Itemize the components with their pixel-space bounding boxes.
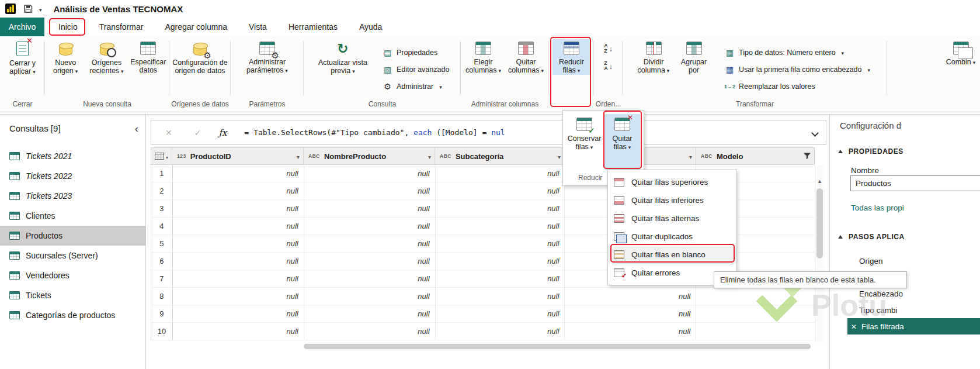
table-cell[interactable]: null [173, 218, 304, 235]
table-cell[interactable]: null [436, 253, 565, 270]
menu-item-quitar-filas-superiores[interactable]: Quitar filas superiores [608, 173, 736, 191]
tab-ayuda[interactable]: Ayuda [352, 18, 390, 36]
collapse-triangle-icon[interactable] [838, 150, 843, 153]
sidebar-item-tickets-2021[interactable]: Tickets 2021 [0, 146, 145, 166]
propiedades-button[interactable]: Propiedades [380, 45, 440, 60]
query-name-input[interactable] [850, 175, 980, 191]
table-cell[interactable] [696, 288, 815, 305]
tab-archivo[interactable]: Archivo [0, 18, 44, 36]
configuracion-origen-button[interactable]: Configuración de origen de datos [172, 39, 229, 75]
table-menu-caret-icon[interactable] [166, 152, 168, 161]
formula-input[interactable]: = Table.SelectRows(#"Tipo cambiado", eac… [244, 128, 505, 137]
table-cell[interactable]: null [173, 253, 304, 270]
table-cell[interactable]: null [304, 200, 436, 218]
menu-item-quitar-duplicados[interactable]: Quitar duplicados [608, 227, 736, 246]
column-dropdown-icon[interactable] [689, 152, 692, 161]
row-number[interactable]: 6 [151, 253, 173, 270]
menu-item-quitar-filas-alternas[interactable]: Quitar filas alternas [608, 209, 736, 227]
origenes-recientes-button[interactable]: Orígenes recientes [85, 39, 127, 75]
tab-transformar[interactable]: Transformar [92, 18, 151, 36]
column-dropdown-icon[interactable] [428, 152, 431, 161]
table-cell[interactable]: null [173, 165, 304, 182]
table-cell[interactable]: null [304, 218, 436, 235]
step-origen[interactable]: Origen [847, 253, 980, 269]
row-number[interactable]: 4 [151, 218, 173, 235]
row-number[interactable]: 2 [151, 182, 173, 200]
administrar-button[interactable]: Administrar [380, 79, 445, 94]
tab-herramientas[interactable]: Herramientas [281, 18, 345, 36]
table-cell[interactable]: null [436, 165, 565, 182]
tab-vista[interactable]: Vista [241, 18, 274, 36]
delete-step-icon[interactable] [851, 322, 857, 331]
administrar-parametros-button[interactable]: Administrar parámetros [235, 39, 300, 75]
all-properties-link[interactable]: Todas las propi [851, 204, 904, 212]
table-cell[interactable]: null [436, 218, 565, 235]
row-number[interactable]: 5 [151, 235, 173, 253]
row-number[interactable]: 9 [151, 305, 173, 323]
collapse-pane-icon[interactable] [135, 123, 138, 134]
dividir-columna-button[interactable]: Dividir columna [633, 39, 674, 94]
column-type-icon[interactable]: ABC [701, 153, 713, 159]
column-type-icon[interactable]: ABC [308, 153, 320, 159]
applied-steps-section-header[interactable]: PASOS APLICA [838, 233, 905, 241]
table-cell[interactable]: null [436, 182, 565, 200]
nuevo-origen-button[interactable]: Nuevo origen [47, 39, 84, 75]
sidebar-item-productos[interactable]: Productos [0, 226, 145, 246]
actualizar-vista-previa-button[interactable]: Actualizar vista previa [318, 39, 368, 94]
tab-agregar-columna[interactable]: Agregar columna [157, 18, 235, 36]
table-cell[interactable]: null [173, 305, 304, 323]
sort-ascending-button[interactable] [601, 42, 616, 55]
usar-primera-fila-button[interactable]: Usar la primera fila como encabezado [722, 62, 873, 77]
tab-inicio[interactable]: Inicio [51, 18, 85, 36]
cancel-formula-icon[interactable] [165, 128, 172, 137]
horizontal-scrollbar[interactable] [151, 342, 815, 350]
properties-section-header[interactable]: PROPIEDADES [838, 147, 903, 156]
elegir-columnas-button[interactable]: Elegir columnas [463, 39, 504, 75]
reducir-filas-button[interactable]: Reducir filas [552, 39, 591, 75]
commit-formula-icon[interactable] [194, 128, 201, 137]
step-filas-filtradas[interactable]: Filas filtrada [847, 318, 980, 334]
horizontal-scrollbar-thumb[interactable] [304, 344, 811, 349]
step-tipo-cambiado[interactable]: Tipo cambi [847, 302, 980, 318]
table-cell[interactable]: null [436, 323, 565, 340]
table-cell[interactable]: null [173, 182, 304, 200]
sidebar-item-sucursales[interactable]: Sucursales (Server) [0, 246, 145, 265]
save-icon[interactable] [23, 4, 33, 13]
table-cell[interactable]: null [304, 253, 436, 270]
table-cell[interactable]: null [565, 305, 696, 323]
sidebar-item-categorias-productos[interactable]: Categorías de productos [0, 305, 145, 325]
select-all-corner-cell[interactable] [151, 147, 172, 165]
row-number[interactable]: 3 [151, 200, 173, 218]
table-cell[interactable]: null [436, 235, 565, 253]
column-filter-icon[interactable] [804, 153, 811, 160]
sort-descending-button[interactable] [601, 60, 616, 73]
sidebar-item-tickets-2022[interactable]: Tickets 2022 [0, 166, 145, 186]
table-cell[interactable]: null [173, 200, 304, 218]
column-header-productoid[interactable]: 123 ProductoID [172, 147, 304, 165]
table-cell[interactable]: null [173, 270, 304, 288]
quick-access-caret-icon[interactable] [37, 5, 42, 13]
tipo-de-datos-button[interactable]: Tipo de datos: Número entero [722, 45, 847, 60]
table-cell[interactable]: null [436, 270, 565, 288]
table-cell[interactable]: null [173, 235, 304, 253]
table-cell[interactable] [696, 323, 815, 340]
agrupar-por-button[interactable]: Agrupar por [675, 39, 713, 94]
table-cell[interactable] [696, 305, 815, 323]
vertical-scrollbar-thumb[interactable] [816, 188, 823, 258]
vertical-scrollbar[interactable] [815, 165, 825, 342]
table-cell[interactable]: null [565, 288, 696, 305]
collapse-triangle-icon[interactable] [838, 235, 843, 239]
column-dropdown-icon[interactable] [297, 152, 300, 161]
table-cell[interactable]: null [173, 288, 304, 305]
combinar-button[interactable]: Combin [943, 39, 978, 67]
quitar-columnas-button[interactable]: Quitar columnas [505, 39, 547, 75]
conservar-filas-button[interactable]: Conservar filas [567, 114, 602, 170]
menu-item-quitar-filas-en-blanco[interactable]: Quitar filas en blanco [608, 246, 736, 264]
column-type-icon[interactable]: 123 [177, 153, 186, 159]
table-cell[interactable]: null [304, 288, 436, 305]
table-cell[interactable]: null [436, 305, 565, 323]
sidebar-item-clientes[interactable]: Clientes [0, 206, 145, 226]
column-type-icon[interactable]: ABC [440, 153, 451, 159]
table-cell[interactable]: null [304, 305, 436, 323]
table-cell[interactable]: null [436, 288, 565, 305]
